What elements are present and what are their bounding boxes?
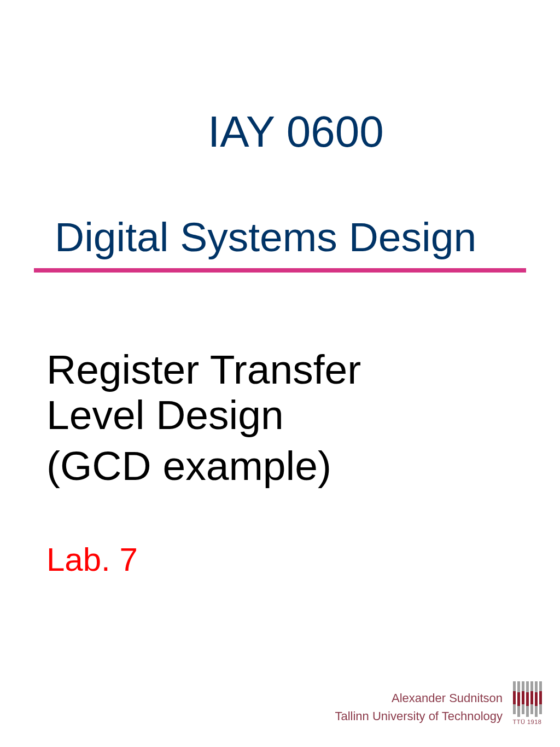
logo-bars: [511, 681, 544, 717]
footer: Alexander Sudnitson Tallinn University o…: [335, 681, 544, 725]
divider-line: [34, 268, 526, 273]
author-name: Alexander Sudnitson: [335, 689, 503, 707]
university-name: Tallinn University of Technology: [335, 707, 503, 725]
topic-line-3: (GCD example): [46, 442, 331, 489]
course-code: IAY 0600: [208, 107, 384, 157]
topic-line-1: Register Transfer: [46, 348, 361, 391]
course-title: Digital Systems Design: [55, 213, 476, 260]
university-logo-icon: TTÜ 1918: [511, 681, 544, 725]
topic-line-2: Level Design: [46, 391, 284, 438]
logo-year: TTÜ 1918: [511, 719, 544, 725]
lab-label: Lab. 7: [46, 541, 138, 578]
footer-text: Alexander Sudnitson Tallinn University o…: [335, 689, 503, 725]
